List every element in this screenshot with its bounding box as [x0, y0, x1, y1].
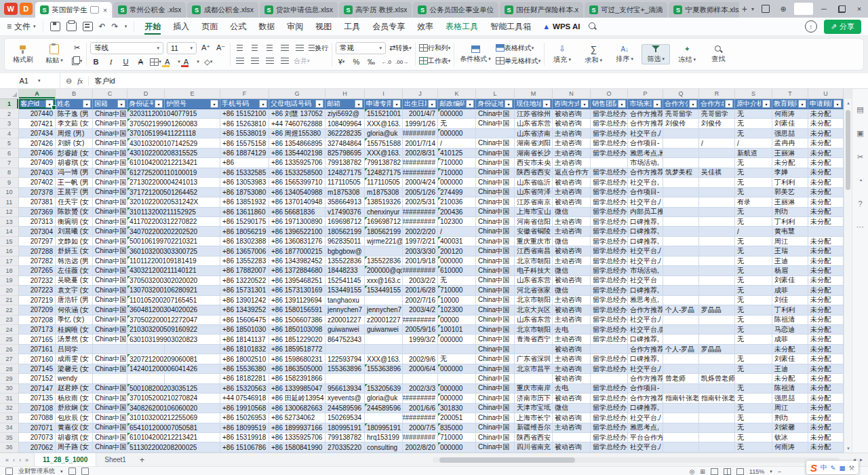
cell[interactable]: 未分配: [808, 394, 844, 403]
cell[interactable]: 未分配: [808, 178, 844, 187]
cell[interactable]: +86 1573130169: [269, 286, 326, 295]
cell[interactable]: China中国: [93, 423, 127, 433]
cell[interactable]: +86 1863505000: [269, 364, 326, 374]
cell[interactable]: 被动咨询: [553, 178, 591, 187]
cell[interactable]: [663, 256, 699, 266]
cell[interactable]: 无: [735, 266, 772, 276]
cell[interactable]: [699, 276, 735, 286]
filter-dropdown-icon[interactable]: ▾: [725, 100, 733, 108]
cell[interactable]: +86 1859518772: [269, 345, 326, 354]
cell[interactable]: 曾老师: [663, 374, 699, 383]
cell[interactable]: #########: [403, 413, 438, 423]
column-letter[interactable]: H: [326, 89, 365, 99]
cell[interactable]: 江苏省徐州: [515, 109, 553, 119]
cell[interactable]: [699, 129, 735, 138]
cell[interactable]: 梁馨元 (女: [56, 364, 93, 374]
ime-mode-label[interactable]: 中: [821, 463, 827, 472]
cell[interactable]: 未分配: [808, 208, 844, 217]
italic-button[interactable]: I: [105, 57, 117, 67]
split-view-icon[interactable]: [757, 0, 774, 18]
cell[interactable]: 刘晨曦 (女: [56, 227, 93, 236]
cell[interactable]: +86 15263810: [220, 119, 269, 128]
row-number[interactable]: 18: [0, 266, 19, 276]
cell[interactable]: 未分配: [808, 404, 844, 413]
filter-dropdown-icon[interactable]: ▾: [117, 100, 125, 108]
cell[interactable]: 微信: [553, 208, 591, 217]
cell[interactable]: 留学总经办: [591, 237, 628, 246]
cell[interactable]: 110105200207165451: [127, 296, 165, 305]
cell[interactable]: 207135: [19, 394, 56, 403]
cell[interactable]: 207073: [19, 433, 56, 442]
zoom-out-button[interactable]: −: [778, 468, 781, 475]
cell[interactable]: China中国: [476, 286, 515, 295]
justify-icon[interactable]: [279, 56, 290, 66]
globe-icon[interactable]: ⊕: [774, 0, 792, 18]
cell[interactable]: 马恋迪: [772, 325, 808, 335]
cell[interactable]: +86 13220522: [220, 276, 269, 286]
filter-dropdown-icon[interactable]: ▾: [798, 100, 806, 108]
cell[interactable]: 刘素佳: [772, 119, 808, 128]
cell[interactable]: 未分配: [808, 149, 844, 158]
cell[interactable]: +86 1335925706: [269, 433, 326, 442]
cell[interactable]: 2003/2/2: [403, 276, 438, 286]
cell[interactable]: [735, 345, 772, 354]
cell[interactable]: 370502200012272047: [127, 316, 165, 325]
cell[interactable]: 未分配: [772, 345, 808, 354]
cell[interactable]: +86 15575158: [220, 138, 269, 148]
cell[interactable]: 山东省东营: [515, 316, 553, 325]
search-icon[interactable]: [589, 22, 597, 31]
clipboard-panel-icon[interactable]: ▣: [856, 129, 863, 138]
cell[interactable]: +86 1396522100: [269, 227, 326, 236]
cell[interactable]: 180562199: [365, 227, 403, 236]
align-top-icon[interactable]: [234, 43, 245, 53]
cell[interactable]: +86 18056219: [220, 227, 269, 236]
cell[interactable]: 2003/3/30: [403, 246, 438, 256]
filter-dropdown-icon[interactable]: ▾: [45, 100, 54, 108]
row-number[interactable]: 30: [0, 384, 19, 394]
cell[interactable]: 207297: [19, 237, 56, 246]
cell[interactable]: 000000: [438, 394, 476, 403]
cell[interactable]: 200000@qq: [365, 266, 403, 276]
cell[interactable]: +86 1360831276: [269, 237, 326, 246]
cell[interactable]: 主动咨询: [553, 188, 591, 197]
cell[interactable]: China中国: [476, 423, 515, 433]
cell[interactable]: +86 15319918: [220, 433, 269, 442]
cell[interactable]: China中国: [476, 256, 515, 266]
filter-dropdown-icon[interactable]: ▾: [833, 100, 842, 108]
more-panel-icon[interactable]: ⋯: [856, 223, 864, 231]
column-letter[interactable]: A: [19, 89, 56, 99]
cell[interactable]: 青海省西宁: [515, 335, 553, 344]
cell[interactable]: 122593794: [326, 354, 365, 364]
insert-function-icon[interactable]: fx: [77, 77, 83, 85]
cell[interactable]: [699, 256, 735, 266]
cell[interactable]: 370502199901260083: [127, 119, 165, 128]
cell[interactable]: +44 07546918: [220, 394, 269, 403]
row-number[interactable]: 17: [0, 256, 19, 266]
cell[interactable]: 2002/2/20: [403, 227, 438, 236]
cell[interactable]: China中国: [476, 227, 515, 236]
cell[interactable]: [699, 364, 735, 374]
cell[interactable]: 207223: [19, 286, 56, 295]
cell[interactable]: 陕西省西安: [515, 168, 553, 178]
restore-button[interactable]: [833, 0, 850, 18]
cell[interactable]: 刘素佳: [772, 354, 808, 364]
cell[interactable]: 411702200312270822: [127, 217, 165, 227]
cell[interactable]: 511302200208200025: [127, 442, 165, 452]
cell[interactable]: +86 15606475: [220, 316, 269, 325]
font-name-select[interactable]: 等线▾: [90, 42, 163, 54]
upload-cloud-icon[interactable]: ↑: [805, 20, 817, 33]
worksheet-button[interactable]: 工作表▾: [419, 56, 451, 66]
cell[interactable]: 胡睿琪 (女: [56, 158, 93, 168]
cell[interactable]: [663, 178, 699, 187]
cell[interactable]: 000000: [438, 442, 476, 452]
cell[interactable]: [365, 413, 403, 423]
cell[interactable]: 主动咨询: [553, 316, 591, 325]
cell[interactable]: 155751588: [365, 138, 403, 148]
scroll-right-icon[interactable]: ▸: [860, 457, 863, 463]
cell[interactable]: +86 13611860: [220, 208, 269, 217]
cell[interactable]: [663, 197, 699, 207]
cell[interactable]: 500106199702210321: [127, 237, 165, 246]
cell[interactable]: 何雨涛: [772, 109, 808, 119]
cell[interactable]: 社交平台,/: [628, 256, 663, 266]
cell[interactable]: #########: [403, 316, 438, 325]
